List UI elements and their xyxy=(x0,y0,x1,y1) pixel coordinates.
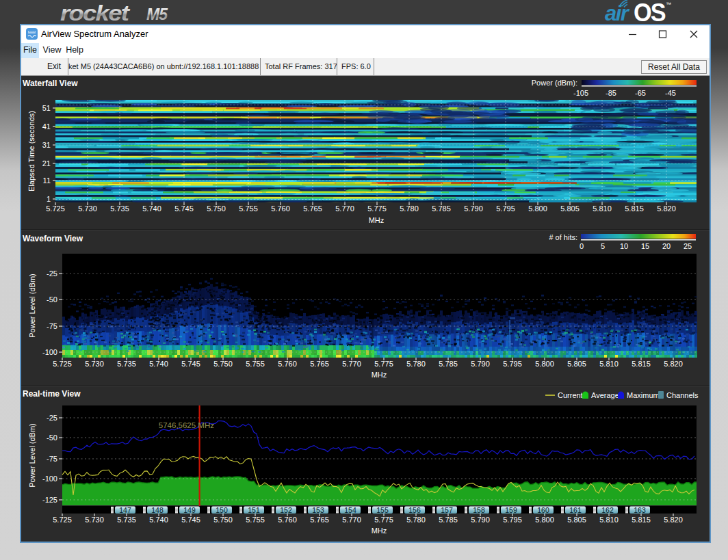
svg-text:155: 155 xyxy=(376,506,389,514)
svg-text:5.820: 5.820 xyxy=(664,516,683,524)
svg-text:5.760: 5.760 xyxy=(278,516,297,524)
svg-text:5.800: 5.800 xyxy=(535,516,554,524)
svg-text:148: 148 xyxy=(151,506,164,514)
svg-text:Current: Current xyxy=(558,391,583,399)
svg-text:5.765: 5.765 xyxy=(310,360,329,368)
svg-text:5746,5625 MHz: 5746,5625 MHz xyxy=(159,421,214,429)
svg-text:5.810: 5.810 xyxy=(599,360,619,368)
svg-text:-45: -45 xyxy=(665,89,676,97)
svg-text:MHz: MHz xyxy=(372,526,387,535)
svg-text:5.745: 5.745 xyxy=(181,516,200,524)
svg-text:5.820: 5.820 xyxy=(657,204,676,213)
svg-text:5.815: 5.815 xyxy=(632,360,651,368)
svg-text:Power Level (dBm): Power Level (dBm) xyxy=(28,423,36,488)
svg-text:rocket: rocket xyxy=(60,1,131,25)
svg-text:1: 1 xyxy=(47,195,51,203)
svg-text:154: 154 xyxy=(344,506,356,514)
svg-text:5.730: 5.730 xyxy=(85,516,104,524)
svg-text:5.770: 5.770 xyxy=(335,204,354,213)
svg-text:5.730: 5.730 xyxy=(78,204,97,213)
svg-text:5.755: 5.755 xyxy=(239,204,258,213)
svg-text:5: 5 xyxy=(601,242,605,250)
svg-text:5.780: 5.780 xyxy=(406,516,426,524)
svg-text:5.800: 5.800 xyxy=(528,204,547,213)
svg-text:-65: -65 xyxy=(635,89,646,97)
svg-text:0: 0 xyxy=(580,242,584,250)
svg-text:5.805: 5.805 xyxy=(567,516,586,524)
svg-text:Average: Average xyxy=(591,391,619,399)
svg-text:Power (dBm):: Power (dBm): xyxy=(532,79,577,87)
svg-text:5.725: 5.725 xyxy=(53,516,72,524)
svg-text:20: 20 xyxy=(662,242,671,250)
svg-text:5.750: 5.750 xyxy=(213,516,233,524)
svg-text:5.755: 5.755 xyxy=(246,360,265,368)
svg-text:MHz: MHz xyxy=(372,371,387,379)
svg-text:Power Level (dBm): Power Level (dBm) xyxy=(28,274,36,338)
svg-text:-105: -105 xyxy=(573,89,588,97)
svg-text:5.785: 5.785 xyxy=(439,360,458,368)
svg-text:5.760: 5.760 xyxy=(271,204,290,213)
svg-text:153: 153 xyxy=(312,506,324,514)
svg-text:5.780: 5.780 xyxy=(400,204,419,213)
svg-text:5.735: 5.735 xyxy=(110,204,129,213)
svg-text:51: 51 xyxy=(42,104,51,112)
svg-text:160: 160 xyxy=(537,506,549,514)
svg-text:5.765: 5.765 xyxy=(303,204,322,213)
svg-text:147: 147 xyxy=(119,506,131,514)
svg-text:151: 151 xyxy=(248,506,260,514)
svg-text:5.800: 5.800 xyxy=(535,360,554,368)
svg-text:5.750: 5.750 xyxy=(207,204,226,213)
svg-text:5.790: 5.790 xyxy=(471,516,490,524)
svg-text:5.740: 5.740 xyxy=(149,516,168,524)
svg-text:5.810: 5.810 xyxy=(593,204,612,213)
svg-text:Maximum: Maximum xyxy=(627,391,660,399)
svg-text:-50: -50 xyxy=(47,295,57,304)
svg-text:25: 25 xyxy=(684,242,692,250)
svg-text:5.805: 5.805 xyxy=(567,360,586,368)
svg-text:-125: -125 xyxy=(42,496,57,504)
svg-text:5.725: 5.725 xyxy=(46,204,65,213)
svg-text:5.770: 5.770 xyxy=(342,516,361,524)
svg-text:5.735: 5.735 xyxy=(117,516,136,524)
svg-text:157: 157 xyxy=(441,506,453,514)
svg-text:-25: -25 xyxy=(47,414,57,422)
svg-text:5.795: 5.795 xyxy=(503,516,522,524)
svg-text:149: 149 xyxy=(183,506,196,514)
svg-text:5.775: 5.775 xyxy=(374,516,393,524)
svg-text:159: 159 xyxy=(505,506,517,514)
svg-text:Real-time View: Real-time View xyxy=(23,389,81,399)
svg-text:OS: OS xyxy=(634,0,666,26)
svg-text:Waveform View: Waveform View xyxy=(23,234,83,243)
svg-text:156: 156 xyxy=(408,506,421,514)
svg-text:152: 152 xyxy=(280,506,292,514)
svg-text:150: 150 xyxy=(216,506,228,514)
svg-text:5.750: 5.750 xyxy=(213,360,233,368)
svg-text:10: 10 xyxy=(620,242,628,250)
svg-text:5.735: 5.735 xyxy=(117,360,136,368)
svg-text:5.785: 5.785 xyxy=(439,516,458,524)
svg-text:™: ™ xyxy=(666,1,671,8)
svg-text:21: 21 xyxy=(42,159,51,168)
svg-text:5.790: 5.790 xyxy=(464,204,483,213)
svg-text:161: 161 xyxy=(569,506,582,514)
svg-text:11: 11 xyxy=(43,176,51,185)
svg-text:5.775: 5.775 xyxy=(374,360,393,368)
svg-text:Elapsed Time (seconds): Elapsed Time (seconds) xyxy=(27,111,36,191)
svg-text:15: 15 xyxy=(641,242,649,250)
svg-text:-25: -25 xyxy=(47,269,57,278)
svg-text:M5: M5 xyxy=(146,5,168,23)
svg-text:162: 162 xyxy=(601,506,614,514)
svg-text:163: 163 xyxy=(634,506,646,514)
svg-text:5.740: 5.740 xyxy=(149,360,168,368)
svg-text:-75: -75 xyxy=(47,455,57,463)
svg-text:5.785: 5.785 xyxy=(432,204,451,213)
svg-text:5.745: 5.745 xyxy=(181,360,200,368)
svg-text:5.745: 5.745 xyxy=(174,204,194,213)
svg-text:Channels: Channels xyxy=(666,391,699,399)
svg-text:5.780: 5.780 xyxy=(406,360,426,368)
svg-text:-85: -85 xyxy=(606,89,616,97)
svg-text:MHz: MHz xyxy=(369,216,385,224)
svg-text:158: 158 xyxy=(473,506,485,514)
svg-text:5.805: 5.805 xyxy=(560,204,580,213)
svg-text:5.765: 5.765 xyxy=(310,516,329,524)
